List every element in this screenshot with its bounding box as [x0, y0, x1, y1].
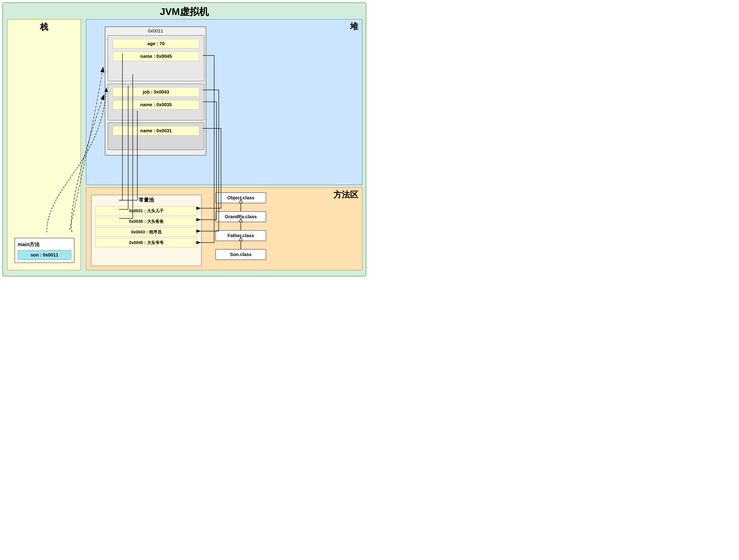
main-method-box: main方法 son : 0x0011 — [14, 238, 75, 263]
obj-address-label: 0x0011 — [105, 27, 206, 35]
constant-pool: 常量池 0x0031：大头儿子 0x0035：大头爸爸 0x0043：程序员 0… — [91, 195, 202, 266]
grandpa-fields-group: name : 0x0031 — [108, 122, 204, 150]
class-hierarchy: Object.class GrandPa.class Father.class … — [215, 192, 349, 266]
heap-label: 堆 — [350, 21, 358, 32]
heap-object-0011: 0x0011 age : 70 name : 0x0045 job : 0x00… — [105, 26, 206, 156]
const-entry-1: 0x0035：大头爸爸 — [95, 217, 197, 226]
const-entry-3: 0x0045：大头爷爷 — [95, 238, 197, 247]
father-fields-group: job : 0x0043 name : 0x0035 — [108, 84, 204, 121]
jvm-title: JVM虚拟机 — [3, 3, 366, 20]
stack-label: 栈 — [8, 20, 81, 34]
heap-panel: 堆 0x0011 age : 70 name : 0x0045 job : 0x… — [86, 19, 362, 185]
jvm-container: JVM虚拟机 栈 main方法 son : 0x0011 堆 0x0011 ag… — [2, 2, 366, 277]
main-method-label: main方法 — [18, 241, 71, 248]
inheritance-arrows — [215, 192, 285, 269]
const-entry-2: 0x0043：程序员 — [95, 228, 197, 237]
svg-marker-4 — [239, 218, 243, 222]
son-field-name: name : 0x0045 — [113, 51, 199, 61]
stack-panel: 栈 main方法 son : 0x0011 — [7, 19, 81, 270]
svg-marker-2 — [239, 199, 243, 203]
son-field: son : 0x0011 — [18, 250, 71, 260]
father-field-name: name : 0x0035 — [113, 100, 199, 110]
const-entry-0: 0x0031：大头儿子 — [95, 206, 197, 216]
father-field-job: job : 0x0043 — [113, 87, 199, 97]
son-fields-group: age : 70 name : 0x0045 — [108, 35, 204, 81]
method-area: 方法区 常量池 0x0031：大头儿子 0x0035：大头爸爸 0x0043：程… — [86, 187, 362, 270]
svg-marker-6 — [239, 237, 243, 241]
grandpa-field-name: name : 0x0031 — [113, 126, 199, 136]
son-field-age: age : 70 — [113, 39, 199, 48]
const-pool-label: 常量池 — [92, 195, 201, 205]
